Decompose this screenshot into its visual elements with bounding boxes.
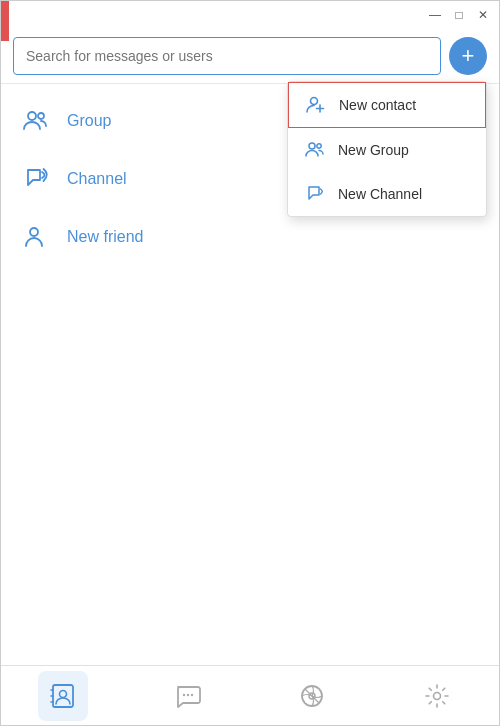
settings-icon [423, 682, 451, 710]
svg-point-15 [183, 693, 185, 695]
dropdown-item-new-channel-label: New Channel [338, 186, 422, 202]
svg-point-17 [191, 693, 193, 695]
svg-point-4 [311, 98, 318, 105]
svg-point-7 [309, 143, 315, 149]
close-button[interactable]: ✕ [475, 7, 491, 23]
new-channel-icon [304, 184, 326, 204]
dropdown-menu: New contact New Group New Channel [287, 81, 487, 217]
group-icon [21, 106, 51, 136]
discover-icon [298, 682, 326, 710]
dropdown-item-new-contact[interactable]: New contact [288, 82, 486, 128]
svg-point-0 [28, 112, 36, 120]
add-button[interactable]: + [449, 37, 487, 75]
svg-point-3 [30, 228, 38, 236]
maximize-button[interactable]: □ [451, 7, 467, 23]
top-accent [1, 1, 9, 41]
svg-point-8 [317, 144, 321, 148]
svg-point-16 [187, 693, 189, 695]
dropdown-item-new-contact-label: New contact [339, 97, 416, 113]
channel-icon [21, 164, 51, 194]
svg-marker-9 [309, 187, 319, 199]
nav-item-group-label: Group [67, 112, 111, 130]
nav-item-channel-label: Channel [67, 170, 127, 188]
new-friend-icon [21, 222, 51, 252]
dropdown-item-new-group-label: New Group [338, 142, 409, 158]
minimize-button[interactable]: — [427, 7, 443, 23]
new-contact-icon [305, 95, 327, 115]
search-input[interactable] [13, 37, 441, 75]
bottom-nav-contacts[interactable] [38, 671, 88, 721]
svg-point-21 [433, 692, 440, 699]
dropdown-item-new-channel[interactable]: New Channel [288, 172, 486, 216]
contacts-icon [49, 682, 77, 710]
bottom-nav-chat[interactable] [163, 671, 213, 721]
chat-icon [174, 682, 202, 710]
bottom-nav-discover[interactable] [287, 671, 337, 721]
svg-marker-2 [28, 170, 40, 185]
nav-item-new-friend-label: New friend [67, 228, 143, 246]
titlebar: — □ ✕ [1, 1, 499, 29]
search-area: + [1, 29, 499, 84]
bottom-nav [1, 665, 499, 725]
dropdown-item-new-group[interactable]: New Group [288, 128, 486, 172]
svg-line-20 [305, 689, 319, 703]
svg-point-11 [60, 690, 67, 697]
bottom-nav-settings[interactable] [412, 671, 462, 721]
svg-point-1 [38, 113, 44, 119]
plus-icon: + [462, 43, 475, 69]
new-group-icon [304, 140, 326, 160]
